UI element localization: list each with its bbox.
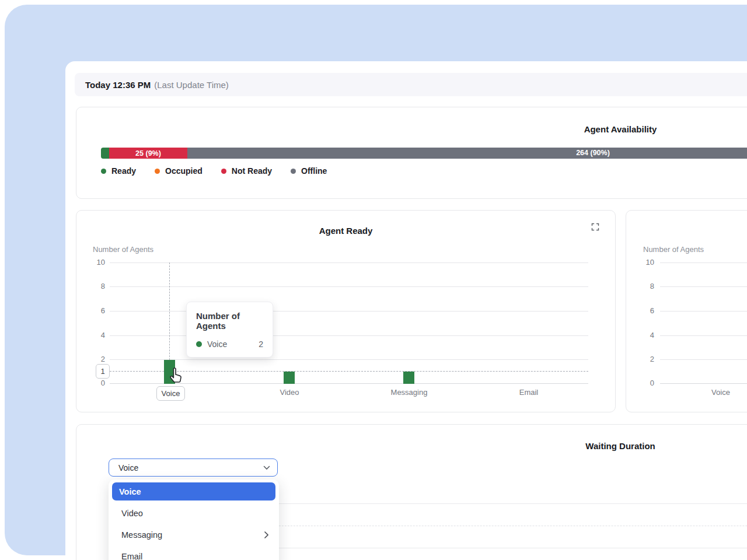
gridline xyxy=(110,311,588,312)
gridline xyxy=(660,359,747,360)
chevron-down-icon xyxy=(263,466,270,470)
legend-label: Ready xyxy=(111,166,136,176)
agent-availability-card: Agent Availability 25 (9%) 264 (90%) Rea… xyxy=(76,107,747,199)
legend-label: Offline xyxy=(301,166,327,176)
last-update-band: Today 12:36 PM (Last Update Time) xyxy=(75,73,747,96)
gridline xyxy=(110,286,588,287)
gridline xyxy=(660,286,747,287)
hand-cursor-icon xyxy=(168,366,184,386)
availability-legend: Ready Occupied Not Ready Offline xyxy=(101,166,327,176)
legend-label: Occupied xyxy=(165,166,203,176)
y-tick: 8 xyxy=(639,282,654,290)
channel-dropdown-menu: Voice Video Messaging Email xyxy=(109,480,279,560)
agent-ready-title: Agent Ready xyxy=(76,226,615,236)
x-label-messaging: Messaging xyxy=(391,388,428,397)
y-axis-title: Number of Agents xyxy=(643,245,704,254)
right-chart-card: Number of Agents 10 8 6 4 2 0 Voice xyxy=(626,210,747,412)
y-tick: 0 xyxy=(639,379,654,387)
menu-item-label: Voice xyxy=(119,487,141,496)
offline-count: 264 (90%) xyxy=(567,149,619,157)
right-chart-plot: 10 8 6 4 2 0 Voice xyxy=(660,262,747,384)
tooltip-series-name: Voice xyxy=(207,340,227,349)
y-tick: 0 xyxy=(90,379,105,387)
gridline xyxy=(660,262,747,263)
ready-segment[interactable] xyxy=(101,148,109,159)
agent-ready-plot: 10 8 6 4 2 0 Video Messaging Email xyxy=(110,262,588,384)
gridline xyxy=(660,335,747,336)
not-ready-count: 25 (9%) xyxy=(135,149,161,158)
y-tick: 10 xyxy=(639,258,654,267)
x-label-video: Video xyxy=(280,388,299,397)
gridline xyxy=(110,335,588,336)
waiting-duration-card: Waiting Duration Voice Voice Video Messa… xyxy=(76,424,747,560)
offline-segment[interactable]: 264 (90%) xyxy=(187,148,747,159)
last-update-caption: (Last Update Time) xyxy=(154,80,229,90)
y-tick: 4 xyxy=(639,331,654,340)
bar-video[interactable] xyxy=(284,372,295,384)
menu-item-label: Messaging xyxy=(121,530,162,540)
legend-item-not-ready: Not Ready xyxy=(221,166,272,176)
last-update-time: Today 12:36 PM xyxy=(85,80,151,90)
offline-dot xyxy=(291,169,296,174)
y-axis-title: Number of Agents xyxy=(93,245,153,254)
y-tick: 8 xyxy=(90,282,105,290)
legend-item-offline: Offline xyxy=(291,166,327,176)
chevron-right-icon xyxy=(264,531,268,538)
ready-dot xyxy=(101,169,106,174)
menu-item-label: Email xyxy=(121,552,142,560)
not-ready-segment[interactable]: 25 (9%) xyxy=(109,148,187,159)
expand-icon[interactable] xyxy=(589,221,601,233)
y-tick: 4 xyxy=(90,331,105,340)
agent-ready-card: Agent Ready Number of Agents 10 8 6 4 2 … xyxy=(76,210,616,412)
x-label-voice: Voice xyxy=(711,388,730,397)
agent-availability-stacked-bar[interactable]: 25 (9%) 264 (90%) xyxy=(101,148,747,159)
menu-item-email[interactable]: Email xyxy=(112,545,275,560)
y-tick: 10 xyxy=(90,258,105,267)
menu-item-messaging[interactable]: Messaging xyxy=(112,524,275,545)
y-tick: 2 xyxy=(90,355,105,363)
not-ready-dot xyxy=(221,169,226,174)
gridline xyxy=(110,262,588,263)
gridline xyxy=(110,359,588,360)
crosshair-x-label: Voice xyxy=(156,386,185,401)
agent-availability-title: Agent Availability xyxy=(76,124,747,134)
y-tick: 6 xyxy=(90,307,105,315)
channel-select[interactable]: Voice xyxy=(109,459,278,477)
x-axis-line xyxy=(660,383,747,384)
menu-item-voice[interactable]: Voice xyxy=(112,482,275,501)
waiting-duration-title: Waiting Duration xyxy=(76,441,747,451)
chart-tooltip: Number of Agents Voice 2 xyxy=(186,302,273,358)
menu-item-label: Video xyxy=(121,509,143,518)
legend-item-ready: Ready xyxy=(101,166,136,176)
gridline xyxy=(660,311,747,312)
y-tick: 6 xyxy=(639,307,654,315)
tooltip-title: Number of Agents xyxy=(196,311,263,331)
menu-item-video[interactable]: Video xyxy=(112,502,275,524)
legend-label: Not Ready xyxy=(232,166,272,176)
tooltip-series-value: 2 xyxy=(259,340,263,349)
legend-item-occupied: Occupied xyxy=(155,166,203,176)
tooltip-row: Voice 2 xyxy=(196,340,263,349)
y-tick: 2 xyxy=(639,355,654,363)
x-label-email: Email xyxy=(519,388,539,397)
tooltip-series-dot xyxy=(196,341,202,347)
bar-messaging[interactable] xyxy=(403,372,414,384)
crosshair-y-label: 1 xyxy=(96,364,110,379)
channel-select-value: Voice xyxy=(118,463,138,473)
occupied-dot xyxy=(155,169,160,174)
